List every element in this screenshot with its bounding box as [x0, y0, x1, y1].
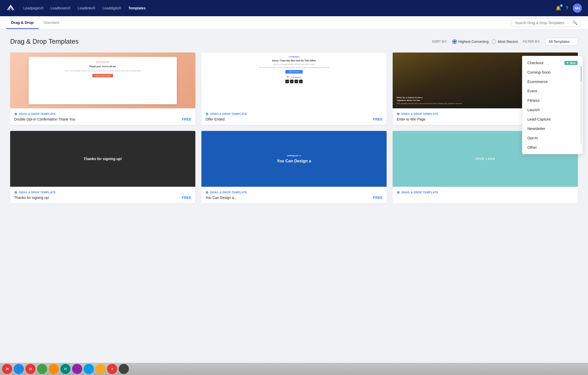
dropdown-item-checkout[interactable]: Checkout ★ New: [522, 58, 583, 67]
dropdown-item-lead-capture[interactable]: Lead-Capture: [522, 114, 583, 124]
sort-label: SORT BY:: [432, 40, 447, 43]
plus-circle-icon-5: ⊕: [205, 190, 209, 194]
coding-heading: You Can Design a: [277, 159, 311, 163]
template-type-label-6: DRAG & DROP TEMPLATE: [401, 191, 438, 194]
dropdown-item-fitness[interactable]: Fitness: [522, 96, 583, 105]
preview-counters: 0 0 0 0: [285, 80, 303, 83]
preview-dark-thanks: Thanks for signing up!: [10, 131, 195, 187]
sort-filter-row: SORT BY: Highest Converting Most Recent …: [432, 38, 578, 45]
tabs: Drag & Drop Standard: [6, 17, 511, 29]
sort-highest-converting[interactable]: Highest Converting: [452, 39, 489, 44]
preview-webinar: Leadpages Sorry—Time Has Run Out On This…: [201, 53, 387, 108]
template-info-2: ⊕ DRAG & DROP TEMPLATE Offer Ended FREE: [201, 108, 387, 125]
dropdown-item-other[interactable]: Other: [522, 143, 583, 152]
dropdown-item-opt-in[interactable]: Opt-In: [522, 133, 583, 143]
template-bottom-4: Thanks for signing up! FREE: [14, 196, 191, 200]
plus-circle-icon-3: ⊕: [397, 112, 400, 116]
template-type-label-4: DRAG & DROP TEMPLATE: [19, 191, 56, 194]
logo[interactable]: [6, 3, 15, 13]
new-badge-label: New: [570, 61, 576, 64]
template-info-6: ⊕ DRAG & DROP TEMPLATE: [393, 187, 578, 199]
filter-select[interactable]: All Templates Checkout Coming-Soon Ecomm…: [545, 38, 578, 45]
filter-label: FILTER BY:: [523, 40, 540, 43]
counter-seconds: 0: [299, 80, 303, 83]
dropdown-label-opt-in: Opt-In: [527, 136, 538, 140]
dropdown-label-checkout: Checkout: [527, 61, 543, 65]
top-nav: Leadpages® Leadboxes® Leadlinks® Leaddig…: [0, 0, 588, 16]
nav-leadboxes[interactable]: Leadboxes®: [51, 6, 71, 10]
preview-btn: Sign in to your account: [92, 74, 113, 77]
dropdown-scrollbar[interactable]: [581, 66, 582, 144]
page-title: Drag & Drop Templates: [10, 38, 432, 45]
plus-circle-icon: ⊕: [14, 112, 17, 116]
template-card[interactable]: Thanks for signing up! ⊕ DRAG & DROP TEM…: [10, 131, 195, 203]
radio-highest-converting: [452, 39, 457, 44]
template-bottom-1: Double Opt-In Confirmation Thank You FRE…: [14, 117, 191, 121]
nav-leaddigits[interactable]: Leaddigits®: [102, 6, 121, 10]
sort-highest-label: Highest Converting: [458, 40, 489, 44]
star-icon: ★: [566, 61, 569, 64]
filter-dropdown[interactable]: Checkout ★ New Coming-Soon Ecommerce Eve…: [522, 56, 583, 154]
plus-circle-icon-2: ⊕: [205, 112, 209, 116]
template-preview-2: Leadpages Sorry—Time Has Run Out On This…: [201, 53, 387, 108]
main-content: Drag & Drop Templates SORT BY: Highest C…: [0, 29, 588, 211]
dropdown-item-event[interactable]: Event: [522, 86, 583, 96]
template-info-4: ⊕ DRAG & DROP TEMPLATE Thanks for signin…: [10, 187, 195, 203]
dropdown-label-ecommerce: Ecommerce: [527, 79, 548, 84]
template-type-2: ⊕ DRAG & DROP TEMPLATE: [205, 112, 383, 116]
coding-logo: CodingCats >>: [287, 155, 301, 157]
dropdown-item-ecommerce[interactable]: Ecommerce: [522, 77, 583, 86]
template-bottom-2: Offer Ended FREE: [205, 117, 383, 121]
notifications-button[interactable]: 🔔: [556, 5, 561, 11]
preview-coral: VarelaCode Thank you! You're all set. Th…: [10, 53, 195, 108]
nav-leadpages[interactable]: Leadpages®: [23, 6, 44, 10]
preview-coding: CodingCats >> You Can Design a: [201, 131, 387, 187]
sort-recent-label: Most Recent: [498, 40, 518, 44]
template-card[interactable]: Leadpages Sorry—Time Has Run Out On This…: [201, 53, 387, 125]
template-card[interactable]: VarelaCode Thank you! You're all set. Th…: [10, 53, 195, 125]
filter-container: All Templates Checkout Coming-Soon Ecomm…: [545, 38, 578, 45]
preview-big-text: Sorry—Time Has Run Out On This Offer!: [272, 59, 316, 62]
counter-days: 0: [285, 80, 289, 83]
template-preview-4: Thanks for signing up!: [10, 131, 195, 187]
template-bottom-5: You Can Design a... FREE: [205, 196, 383, 200]
template-name-3: Enter to Win Page: [397, 117, 426, 121]
template-type-6: ⊕ DRAG & DROP TEMPLATE: [397, 190, 574, 194]
webinar-label: Live Webinar: [291, 76, 301, 78]
nav-templates[interactable]: Templates: [128, 6, 146, 10]
food-subtext: We're awarding one lucky winner with a f…: [397, 103, 462, 104]
search-input[interactable]: [515, 21, 570, 25]
dropdown-label-event: Event: [527, 89, 537, 93]
thanks-text: Thanks for signing up!: [84, 157, 122, 161]
sort-options: Highest Converting Most Recent: [452, 39, 518, 44]
notification-badge: [560, 4, 563, 7]
template-info-5: ⊕ DRAG & DROP TEMPLATE You Can Design a.…: [201, 187, 387, 203]
dropdown-item-newsletter[interactable]: Newsletter: [522, 124, 583, 133]
dropdown-item-launch[interactable]: Launch: [522, 105, 583, 114]
template-type-5: ⊕ DRAG & DROP TEMPLATE: [205, 190, 383, 194]
new-badge: ★ New: [564, 61, 578, 65]
template-price-4: FREE: [182, 196, 191, 200]
template-type-label-3: DRAG & DROP TEMPLATE: [401, 112, 438, 115]
tab-standard[interactable]: Standard: [39, 17, 64, 29]
nav-leadlinks[interactable]: Leadlinks®: [78, 6, 95, 10]
search-box[interactable]: 🔍: [511, 18, 582, 27]
sort-most-recent[interactable]: Most Recent: [492, 39, 518, 44]
preview-text-2: The Conversion Journey—5 Steps to Genera…: [259, 66, 329, 69]
template-card[interactable]: CodingCats >> You Can Design a ⊕ DRAG & …: [201, 131, 387, 203]
dropdown-label-launch: Launch: [527, 108, 540, 112]
dropdown-scrollbar-thumb: [581, 66, 582, 81]
help-button[interactable]: ?: [566, 6, 568, 11]
template-info-1: ⊕ DRAG & DROP TEMPLATE Double Opt-In Con…: [10, 108, 195, 125]
preview-sub: Looks like you missed the offer, but don…: [273, 63, 315, 65]
your-logo: YOUR LOGO: [475, 158, 495, 160]
template-type-label: DRAG & DROP TEMPLATE: [19, 112, 56, 115]
preview-heading: Thank you! You're all set.: [89, 65, 116, 68]
template-preview-5: CodingCats >> You Can Design a: [201, 131, 387, 187]
user-avatar[interactable]: MH: [573, 4, 582, 13]
template-price-5: FREE: [373, 196, 383, 200]
preview-lp-logo: Leadpages: [289, 56, 299, 58]
tab-drag-drop[interactable]: Drag & Drop: [6, 17, 39, 29]
page-header: Drag & Drop Templates SORT BY: Highest C…: [10, 38, 578, 45]
dropdown-item-coming-soon[interactable]: Coming-Soon: [522, 67, 583, 77]
